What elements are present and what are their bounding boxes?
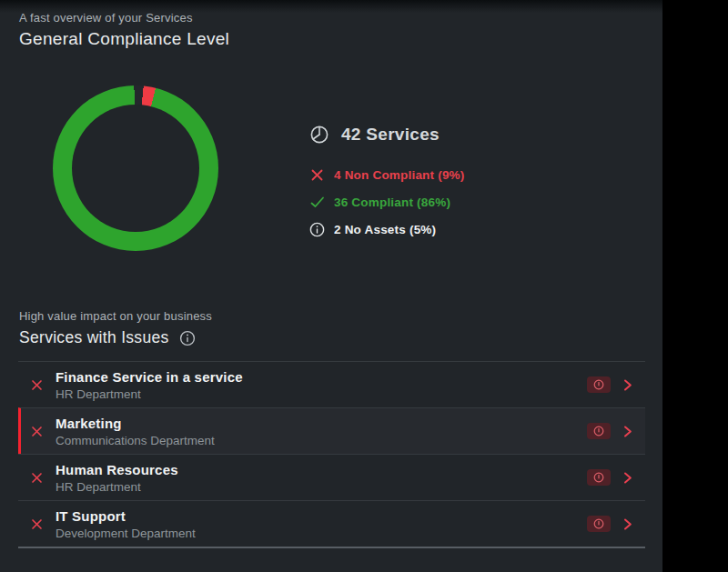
page-header: A fast overview of your Services General… <box>19 11 229 49</box>
issues-title: Services with Issues <box>19 328 169 347</box>
x-icon <box>30 378 44 392</box>
issues-subtitle: High value impact on your business <box>19 309 212 323</box>
alert-icon <box>593 472 604 483</box>
alert-badge <box>587 516 611 532</box>
info-icon <box>309 222 325 237</box>
x-icon <box>30 517 44 531</box>
check-icon <box>309 195 325 210</box>
chevron-right-icon[interactable] <box>621 425 634 438</box>
service-row-it-support[interactable]: IT Support Development Department <box>18 500 645 547</box>
service-row-finance[interactable]: Finance Service in a service HR Departme… <box>18 361 645 407</box>
x-icon <box>309 167 325 183</box>
x-icon <box>30 425 44 438</box>
total-services-label: 42 Services <box>341 125 440 145</box>
stat-compliant: 36 Compliant (86%) <box>309 188 465 216</box>
alert-icon <box>593 518 604 529</box>
stat-compliant-label: 36 Compliant (86%) <box>334 196 450 209</box>
compliance-donut-chart[interactable] <box>53 85 218 251</box>
compliance-stats: 42 Services 4 Non Compliant (9%) 36 Comp… <box>309 125 465 243</box>
alert-badge <box>587 423 611 439</box>
service-name: Finance Service in a service <box>56 369 243 385</box>
chevron-right-icon[interactable] <box>621 471 634 485</box>
list-end-divider <box>18 547 645 548</box>
service-row-human-resources[interactable]: Human Resources HR Department <box>18 454 645 500</box>
info-icon[interactable] <box>179 330 196 346</box>
service-department: HR Department <box>56 387 243 401</box>
service-department: Development Department <box>56 527 196 540</box>
service-department: Communications Department <box>56 434 215 447</box>
chevron-right-icon[interactable] <box>621 378 634 392</box>
stat-no-assets-label: 2 No Assets (5%) <box>334 223 436 236</box>
service-department: HR Department <box>56 480 178 494</box>
pie-chart-icon <box>309 125 329 145</box>
issues-list: Finance Service in a service HR Departme… <box>18 361 645 548</box>
service-name: Marketing <box>56 416 215 431</box>
alert-badge <box>587 469 611 486</box>
service-row-marketing[interactable]: Marketing Communications Department <box>18 407 645 454</box>
stat-no-assets: 2 No Assets (5%) <box>309 216 465 243</box>
stat-non-compliant: 4 Non Compliant (9%) <box>309 161 465 188</box>
page-title: General Compliance Level <box>19 29 229 49</box>
header-subtitle: A fast overview of your Services <box>19 11 229 25</box>
alert-badge <box>587 376 611 393</box>
compliance-overview-panel: A fast overview of your Services General… <box>0 0 662 572</box>
alert-icon <box>593 426 604 437</box>
issues-section-header: High value impact on your business Servi… <box>19 309 212 347</box>
stat-non-compliant-label: 4 Non Compliant (9%) <box>334 168 465 182</box>
service-name: Human Resources <box>56 462 178 477</box>
alert-icon <box>593 379 604 390</box>
service-name: IT Support <box>56 508 196 524</box>
x-icon <box>30 471 44 485</box>
chevron-right-icon[interactable] <box>621 517 634 531</box>
total-services-row: 42 Services <box>309 125 465 145</box>
